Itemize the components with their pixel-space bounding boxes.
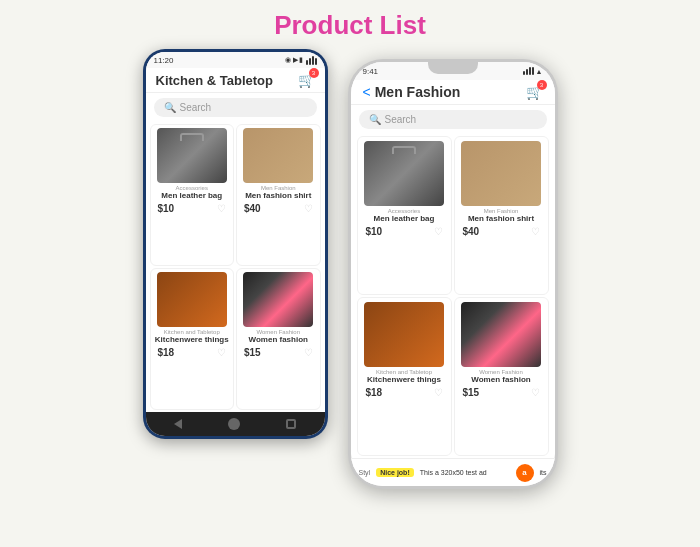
wifi-icon: ▲: [536, 68, 543, 75]
iphone-notch: [428, 62, 478, 74]
product-card-dress[interactable]: Women Fashion Women fashion $15 ♡: [236, 268, 321, 410]
cart-badge: 3: [309, 68, 319, 78]
iphone-price-row-bowl: $18 ♡: [362, 387, 447, 398]
iphone-product-image-bowl: [364, 302, 444, 367]
android-status-bar: 11:20 ◉ ▶ ▮: [146, 52, 325, 68]
android-phone: 11:20 ◉ ▶ ▮ Kitchen & Tabletop 🛒 3: [143, 49, 328, 439]
iphone-time: 9:41: [363, 67, 379, 76]
ad-nice-label: Nice job!: [376, 468, 414, 477]
product-price-row-bowl: $18 ♡: [154, 347, 231, 358]
product-price-row-bag: $10 ♡: [154, 203, 231, 214]
product-price-bag: $10: [158, 203, 175, 214]
iphone-search-placeholder: Search: [385, 114, 417, 125]
ad-logo: a: [516, 464, 534, 482]
iphone-back-button[interactable]: <: [363, 84, 371, 100]
product-card-bowl[interactable]: Kitchen and Tabletop Kitchenwere things …: [150, 268, 235, 410]
iphone-battery: [523, 67, 534, 75]
iphone-product-price-bag: $10: [366, 226, 383, 237]
iphone-heart-bowl[interactable]: ♡: [434, 387, 443, 398]
battery-icon: [306, 56, 317, 65]
product-name-bag: Men leather bag: [161, 191, 222, 201]
product-name-shirt: Men fashion shirt: [245, 191, 311, 201]
iphone-signal-icons: ▲: [523, 67, 543, 75]
product-card-bag[interactable]: Accessories Men leather bag $10 ♡: [150, 124, 235, 266]
product-price-dress: $15: [244, 347, 261, 358]
product-name-bowl: Kitchenwere things: [155, 335, 229, 345]
android-search-bar[interactable]: 🔍 Search: [154, 98, 317, 117]
iphone-search-icon: 🔍: [369, 114, 381, 125]
iphone-products-grid: Accessories Men leather bag $10 ♡ Men Fa…: [351, 134, 555, 458]
page-title: Product List: [0, 10, 700, 41]
iphone-product-price-shirt: $40: [463, 226, 480, 237]
iphone-cart-badge: 3: [537, 80, 547, 90]
search-icon: 🔍: [164, 102, 176, 113]
back-button[interactable]: [174, 419, 182, 429]
iphone-screen: 9:41 ▲ < Men Fashion: [351, 62, 555, 486]
product-image-bowl: [157, 272, 227, 327]
ad-banner: Styl Nice job! This a 320x50 test ad a i…: [351, 458, 555, 486]
ad-main-text: This a 320x50 test ad: [420, 469, 487, 476]
iphone-header-left: < Men Fashion: [363, 84, 461, 100]
iphone-product-name-bag: Men leather bag: [374, 214, 435, 224]
iphone-product-card-dress[interactable]: Women Fashion Women fashion $15 ♡: [454, 297, 549, 456]
heart-icon-bowl[interactable]: ♡: [217, 347, 226, 358]
iphone-status-bar: 9:41 ▲: [351, 62, 555, 80]
iphone-product-price-dress: $15: [463, 387, 480, 398]
cart-icon[interactable]: 🛒 3: [298, 72, 315, 88]
android-header: Kitchen & Tabletop 🛒 3: [146, 68, 325, 93]
ad-style-text: Styl: [359, 469, 371, 476]
iphone-product-card-shirt[interactable]: Men Fashion Men fashion shirt $40 ♡: [454, 136, 549, 295]
iphone-product-image-bag: [364, 141, 444, 206]
iphone-product-card-bowl[interactable]: Kitchen and Tabletop Kitchenwere things …: [357, 297, 452, 456]
iphone-search-bar[interactable]: 🔍 Search: [359, 110, 547, 129]
product-price-bowl: $18: [158, 347, 175, 358]
iphone: 9:41 ▲ < Men Fashion: [348, 59, 558, 489]
iphone-price-row-shirt: $40 ♡: [459, 226, 544, 237]
iphone-header: < Men Fashion 🛒 3: [351, 80, 555, 105]
iphone-product-image-dress: [461, 302, 541, 367]
iphone-cart-icon[interactable]: 🛒 3: [526, 84, 543, 100]
iphone-product-image-shirt: [461, 141, 541, 206]
iphone-price-row-dress: $15 ♡: [459, 387, 544, 398]
product-name-dress: Women fashion: [249, 335, 308, 345]
product-price-row-dress: $15 ♡: [240, 347, 317, 358]
iphone-heart-dress[interactable]: ♡: [531, 387, 540, 398]
phones-container: 11:20 ◉ ▶ ▮ Kitchen & Tabletop 🛒 3: [0, 49, 700, 489]
product-image-shirt: [243, 128, 313, 183]
android-screen: 11:20 ◉ ▶ ▮ Kitchen & Tabletop 🛒 3: [146, 52, 325, 436]
iphone-header-title: Men Fashion: [375, 84, 461, 100]
heart-icon-shirt[interactable]: ♡: [304, 203, 313, 214]
heart-icon-bag[interactable]: ♡: [217, 203, 226, 214]
product-price-shirt: $40: [244, 203, 261, 214]
iphone-product-price-bowl: $18: [366, 387, 383, 398]
android-time: 11:20: [154, 56, 174, 65]
iphone-heart-bag[interactable]: ♡: [434, 226, 443, 237]
product-price-row-shirt: $40 ♡: [240, 203, 317, 214]
iphone-product-name-bowl: Kitchenwere things: [367, 375, 441, 385]
recents-button[interactable]: [286, 419, 296, 429]
android-search-placeholder: Search: [180, 102, 212, 113]
iphone-product-card-bag[interactable]: Accessories Men leather bag $10 ♡: [357, 136, 452, 295]
android-status-icons: ◉ ▶ ▮: [285, 56, 304, 64]
iphone-product-name-shirt: Men fashion shirt: [468, 214, 534, 224]
home-button[interactable]: [228, 418, 240, 430]
android-nav-bar: [146, 412, 325, 436]
android-header-title: Kitchen & Tabletop: [156, 73, 273, 88]
product-card-shirt[interactable]: Men Fashion Men fashion shirt $40 ♡: [236, 124, 321, 266]
iphone-heart-shirt[interactable]: ♡: [531, 226, 540, 237]
ad-its-label: its: [540, 469, 547, 476]
android-signal-icons: ◉ ▶ ▮: [285, 56, 317, 65]
heart-icon-dress[interactable]: ♡: [304, 347, 313, 358]
iphone-product-name-dress: Women fashion: [471, 375, 530, 385]
product-image-dress: [243, 272, 313, 327]
product-image-bag: [157, 128, 227, 183]
android-products-grid: Accessories Men leather bag $10 ♡ Men Fa…: [146, 122, 325, 412]
iphone-price-row-bag: $10 ♡: [362, 226, 447, 237]
